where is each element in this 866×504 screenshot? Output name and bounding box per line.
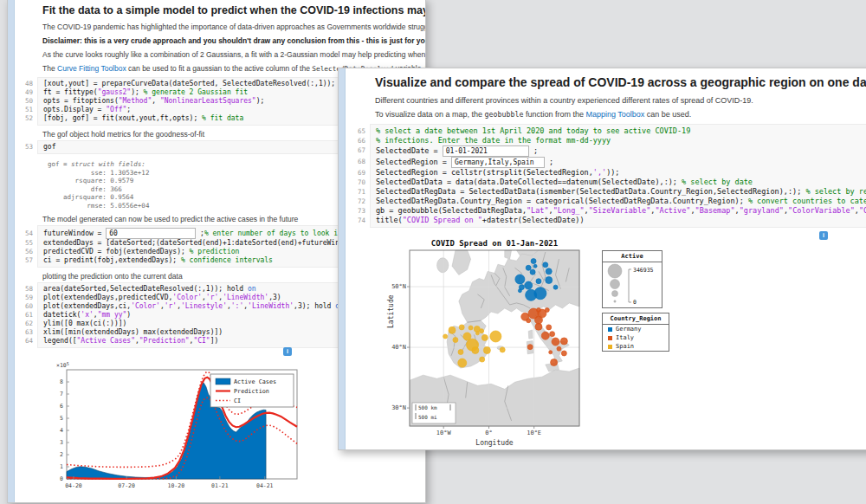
code-line[interactable]: 67SelectedDate = 01-01-2021 ; xyxy=(376,145,866,157)
prediction-figure[interactable]: 01234567804-2007-2010-2001-2104-21×105Ac… xyxy=(37,359,304,498)
text-segment: % select by date xyxy=(682,178,753,186)
text-segment: ft = fittype( xyxy=(43,88,98,96)
map-x-tick-label: 10°E xyxy=(520,430,549,436)
text-segment: opts.Display = xyxy=(43,106,106,113)
geobubble-figure[interactable]: 500 km500 mi xyxy=(410,250,579,426)
code-line[interactable]: 70SelectedDatData = data(data.DateCollec… xyxy=(376,178,866,187)
gaussian-note-paragraph: As the curve looks roughly like a combin… xyxy=(42,50,426,59)
text-segment: ylim([0 max(ci(:))]) xyxy=(43,320,126,327)
map-y-tick-label: 40°N xyxy=(382,344,406,351)
text-segment: "Off" xyxy=(106,106,126,113)
hyperlink[interactable]: Curve Fitting Toolbox xyxy=(57,64,126,73)
code-line[interactable]: 65% select a date between 1st April 2020… xyxy=(376,126,866,136)
data-bubble-germany xyxy=(515,275,525,284)
text-segment: sse: 1.3053e+12 xyxy=(48,169,149,177)
data-bubble-spain xyxy=(443,334,448,339)
data-bubble-italy xyxy=(546,325,552,330)
output-info-icon[interactable]: i xyxy=(283,347,292,356)
data-bubble-germany xyxy=(531,259,536,264)
line-number: 50 xyxy=(10,97,33,106)
map-xlabel: Longitude xyxy=(410,439,579,447)
intro-paragraph: The COVID-19 pandemic has highlighted th… xyxy=(42,23,426,31)
data-bubble-spain xyxy=(480,329,484,333)
output-info-icon[interactable]: i xyxy=(819,231,828,240)
code-line[interactable]: 74title("COVID Spread on "+datestr(Selec… xyxy=(376,216,866,225)
x-tick-label: 10-20 xyxy=(168,482,185,489)
text-segment: ); xyxy=(131,88,143,96)
text-segment: "gauss2" xyxy=(98,88,132,96)
data-bubble-germany xyxy=(530,269,535,275)
data-bubble-spain xyxy=(458,350,463,355)
y-tick-label: 3 xyxy=(60,439,63,446)
text-segment: % fit data xyxy=(202,114,243,122)
data-bubble-spain xyxy=(474,326,480,332)
legend-entry-label: CI xyxy=(234,397,241,404)
text-segment: SelectedRegion = cellstr(strsplit(Select… xyxy=(376,168,593,177)
text-segment: extendedDays = [dateSorted;(dateSorted(e… xyxy=(43,239,381,247)
text-segment: dfe: 366 xyxy=(48,185,122,193)
text-segment: "Prediction" xyxy=(139,337,190,345)
code-line[interactable]: 72SelectedDatRegData.Country_Region = ca… xyxy=(376,197,866,206)
text-segment: )); xyxy=(606,168,619,177)
scale-mi-label: 500 mi xyxy=(418,414,437,420)
data-bubble-germany xyxy=(553,285,558,289)
code-line[interactable]: 68SelectedRegion = Germany,Italy,Spain ; xyxy=(376,157,866,168)
text-segment: title( xyxy=(376,216,403,224)
data-bubble-italy xyxy=(552,338,559,346)
y-tick-label: 7 xyxy=(60,391,63,397)
line-number: 74 xyxy=(343,216,365,225)
color-legend-country-region: Country_Region GermanyItalySpain xyxy=(602,313,669,352)
text-segment: 'r' xyxy=(206,294,218,301)
prediction-chart: 01234567804-2007-2010-2001-2104-21×105Ac… xyxy=(37,359,304,498)
line-number: 67 xyxy=(343,145,365,155)
section-accent-strip xyxy=(339,68,346,449)
hyperlink[interactable]: Mapping Toolbox xyxy=(585,110,644,119)
data-bubble-spain xyxy=(458,359,467,367)
color-legend-item: Italy xyxy=(603,333,669,342)
code-line[interactable]: 69SelectedRegion = cellstr(strsplit(Sele… xyxy=(376,168,866,178)
livescript-window-geobubble: Visualize and compare the spread of COVI… xyxy=(338,68,866,450)
line-number: 53 xyxy=(10,143,33,152)
text-segment: rsquare: 0.9579 xyxy=(48,177,133,184)
map-x-tick-label: 0° xyxy=(475,430,504,436)
data-bubble-italy xyxy=(549,351,553,354)
data-bubble-germany xyxy=(533,264,537,268)
text-segment: geobubble xyxy=(485,110,524,119)
text-segment: xlim([min(extendedDays) max(extendedDays… xyxy=(43,328,223,336)
code-input-field[interactable]: Germany,Italy,Spain xyxy=(451,157,545,168)
text-segment: 'LineWidth' xyxy=(248,302,294,310)
text-segment: function from the xyxy=(523,110,585,119)
text-segment: % select a date between 1st April 2020 a… xyxy=(376,126,690,135)
text-segment: "NonlinearLeastSquares" xyxy=(160,97,256,105)
code-input-field[interactable]: 01-01-2021 xyxy=(443,145,529,157)
code-input-field[interactable]: 60 xyxy=(106,228,196,239)
map-y-tick-label: 50°N xyxy=(382,283,406,290)
y-tick-label: 5 xyxy=(60,415,63,422)
geobubble-map: 500 km500 mi xyxy=(410,250,579,426)
code-block-map[interactable]: 65% select a date between 1st April 2020… xyxy=(370,124,866,228)
line-number: 52 xyxy=(10,114,33,123)
text-segment: ':' xyxy=(231,302,243,310)
line-number: 57 xyxy=(10,256,33,265)
code-line[interactable]: 71SelectedDatRegData = SelectedDatData(i… xyxy=(376,187,866,197)
data-bubble-spain xyxy=(469,326,473,330)
data-bubble-spain xyxy=(500,347,505,352)
text-segment: plot(extendedDays,predictedCVD, xyxy=(43,294,172,301)
color-legend-item: Germany xyxy=(603,325,669,333)
code-line[interactable]: 66% infections. Enter the date in the fo… xyxy=(376,136,866,145)
text-segment: "Active" xyxy=(655,206,690,215)
text-segment: +datestr(SelectedDate)) xyxy=(482,216,585,224)
text-segment: datetick( xyxy=(43,311,81,319)
text-segment: ) xyxy=(126,311,131,319)
data-bubble-spain xyxy=(475,332,479,335)
text-segment: % confidence intervals xyxy=(181,256,273,264)
data-bubble-spain xyxy=(453,338,458,343)
text-segment: futureWindow = xyxy=(43,229,106,237)
x-tick-label: 01-21 xyxy=(211,482,229,489)
code-line[interactable]: 73gb = geobubble(SelectedDatRegData,"Lat… xyxy=(376,206,866,216)
geobubble-paragraph: To visualize data on a map, the geobubbl… xyxy=(375,110,691,119)
scale-km-label: 500 km xyxy=(418,404,437,410)
text-segment: "Active Cases" xyxy=(77,337,135,345)
text-segment: SelectedDatRegData = SelectedDatData(ism… xyxy=(376,187,805,196)
page-title: Visualize and compare the spread of COVI… xyxy=(375,75,866,89)
